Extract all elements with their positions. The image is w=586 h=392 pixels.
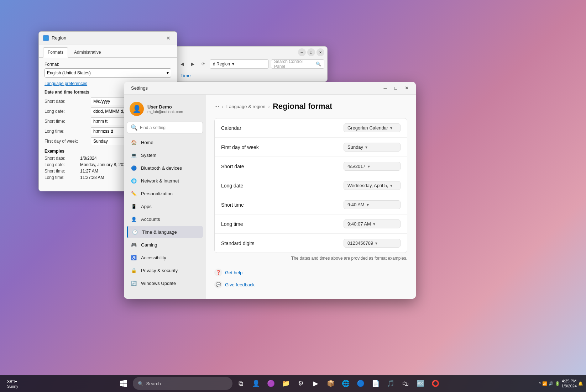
settings-row-long-time[interactable]: Long time 9:40:07 AM ▾ (215, 214, 407, 234)
chevron-icon[interactable]: ^ (539, 381, 541, 386)
first-day-select[interactable]: Sunday ▾ (344, 143, 401, 152)
sidebar-item-bluetooth[interactable]: 🔵 Bluetooth & devices (127, 162, 203, 174)
settings-row-short-date[interactable]: Short date 4/5/2017 ▾ (215, 157, 407, 176)
taskbar-clock[interactable]: 4:35 PM 1/8/2024 (561, 378, 577, 389)
cp-forward-button[interactable]: ▶ (188, 60, 197, 68)
sidebar-item-home[interactable]: 🏠 Home (127, 136, 203, 148)
sw-maximize-button[interactable]: □ (391, 83, 401, 93)
sidebar-item-windows-update[interactable]: 🔄 Windows Update (127, 277, 203, 289)
sidebar-item-accessibility[interactable]: ♿ Accessibility (127, 251, 203, 264)
sidebar-item-apps[interactable]: 📱 Apps (127, 200, 203, 212)
sidebar-item-gaming-label: Gaming (141, 242, 157, 248)
sidebar-item-personalization[interactable]: ✏️ Personalization (127, 187, 203, 200)
taskbar-app-1[interactable]: 👤 (250, 377, 262, 390)
long-time-select-value: 9:40:07 AM (347, 221, 371, 227)
taskbar-app-archive[interactable]: 📦 (324, 377, 337, 390)
taskbar: 38°F Sunny 🔍 Search ⧉ 👤 🟣 📁 ⚙ ▶ 📦 🌐 🔵 📄 … (0, 375, 586, 392)
cp-address-bar[interactable]: d Region ▾ (210, 59, 269, 69)
long-date-label: Long date (221, 183, 344, 189)
cp-search-bar[interactable]: Search Control Panel 🔍 (271, 59, 324, 69)
sw-footer-note: The dates and times above are provided a… (214, 256, 407, 261)
battery-tray-icon[interactable]: 🔋 (555, 381, 560, 386)
rd-format-value: English (United States) (47, 70, 91, 75)
rd-close-button[interactable]: ✕ (164, 34, 173, 42)
first-day-value: Sunday ▾ (344, 143, 401, 152)
breadcrumb-parent-link[interactable]: Language & region (226, 104, 266, 109)
sidebar-item-system-label: System (141, 153, 156, 158)
clock-time: 4:35 PM (561, 378, 577, 383)
cp-back-button[interactable]: ◀ (178, 60, 186, 68)
rd-ex-short-date-value: 1/8/2024 (80, 156, 97, 161)
sw-feedback-row[interactable]: 💬 Give feedback (214, 279, 407, 291)
bluetooth-icon: 🔵 (130, 164, 137, 171)
calendar-select[interactable]: Gregorian Calendar ▾ (344, 123, 401, 132)
sidebar-item-accounts[interactable]: 👤 Accounts (127, 213, 203, 225)
cp-address-dropdown[interactable]: ▾ (232, 62, 234, 67)
breadcrumb-dots[interactable]: ··· (214, 103, 219, 110)
short-time-select[interactable]: 9:40 AM ▾ (344, 200, 401, 209)
sidebar-item-privacy-label: Privacy & security (141, 268, 178, 273)
volume-tray-icon[interactable]: 🔊 (549, 381, 554, 386)
settings-row-first-day[interactable]: First day of week Sunday ▾ (215, 138, 407, 157)
network-icon: 🌐 (130, 177, 137, 184)
long-time-value: 9:40:07 AM ▾ (344, 219, 401, 228)
taskbar-app-explorer[interactable]: 📁 (279, 377, 292, 390)
task-view-button[interactable]: ⧉ (235, 377, 247, 390)
control-panel-window[interactable]: ─ □ ✕ ◀ ▶ ⟳ d Region ▾ Search Control Pa… (174, 46, 328, 82)
taskbar-app-lang[interactable]: 🔤 (414, 377, 427, 390)
sidebar-item-network[interactable]: 🌐 Network & internet (127, 175, 203, 187)
network-tray-icon[interactable]: 📶 (542, 381, 547, 386)
clock-date: 1/8/2024 (561, 383, 577, 388)
taskbar-search-bar[interactable]: 🔍 Search (133, 377, 232, 390)
gaming-icon: 🎮 (130, 241, 137, 248)
standard-digits-value: 0123456789 ▾ (344, 239, 401, 248)
personalization-icon: ✏️ (130, 190, 137, 197)
short-date-select[interactable]: 4/5/2017 ▾ (344, 162, 401, 171)
cp-close-button[interactable]: ✕ (316, 48, 324, 56)
settings-row-calendar[interactable]: Calendar Gregorian Calendar ▾ (215, 118, 407, 138)
taskbar-app-2[interactable]: 🟣 (265, 377, 277, 390)
sidebar-item-gaming[interactable]: 🎮 Gaming (127, 239, 203, 251)
taskbar-app-settings[interactable]: ⚙ (294, 377, 307, 390)
settings-row-short-time[interactable]: Short time 9:40 AM ▾ (215, 195, 407, 214)
taskbar-app-office[interactable]: 📄 (369, 377, 382, 390)
sw-close-button[interactable]: ✕ (402, 83, 412, 93)
rd-format-select[interactable]: English (United States) ▾ (45, 68, 171, 78)
sidebar-item-system[interactable]: 💻 System (127, 149, 203, 161)
taskbar-app-misc[interactable]: ⭕ (429, 377, 442, 390)
standard-digits-select[interactable]: 0123456789 ▾ (344, 239, 401, 248)
notifications-icon[interactable]: 🔔 (578, 381, 583, 386)
settings-row-long-date[interactable]: Long date Wednesday, April 5, ▾ (215, 176, 407, 195)
sw-get-help-row[interactable]: ❓ Get help (214, 266, 407, 279)
long-date-select[interactable]: Wednesday, April 5, ▾ (344, 181, 401, 190)
taskbar-app-edge[interactable]: 🔵 (354, 377, 367, 390)
sw-body: 👤 User Demo m_lab@outlook.com 🔍 🏠 Home 💻… (124, 95, 416, 299)
accounts-icon: 👤 (130, 216, 137, 223)
sw-user-section: 👤 User Demo m_lab@outlook.com (127, 99, 203, 119)
cp-minimize-button[interactable]: ─ (298, 48, 306, 56)
sidebar-item-time-language[interactable]: 🕐 Time & language (127, 226, 203, 238)
cp-maximize-button[interactable]: □ (307, 48, 315, 56)
home-icon: 🏠 (130, 139, 137, 146)
cp-refresh-button[interactable]: ⟳ (199, 60, 208, 68)
taskbar-app-store[interactable]: 🛍 (399, 377, 412, 390)
taskbar-app-music[interactable]: 🎵 (384, 377, 397, 390)
sw-search-input[interactable] (140, 125, 199, 130)
sw-minimize-button[interactable]: ─ (380, 83, 390, 93)
settings-row-standard-digits[interactable]: Standard digits 0123456789 ▾ (215, 234, 407, 253)
rd-tab-formats[interactable]: Formats (43, 47, 68, 58)
taskbar-app-browser[interactable]: 🌐 (339, 377, 352, 390)
long-time-select[interactable]: 9:40:07 AM ▾ (344, 219, 401, 228)
taskbar-weather[interactable]: 38°F Sunny (4, 379, 22, 388)
cp-time-link[interactable]: Time (175, 70, 327, 81)
sidebar-item-privacy[interactable]: 🔒 Privacy & security (127, 264, 203, 276)
sw-search-bar[interactable]: 🔍 (127, 122, 203, 133)
sidebar-item-time-language-label: Time & language (142, 229, 177, 235)
rd-format-dropdown-icon: ▾ (167, 70, 169, 75)
start-button[interactable] (116, 376, 131, 391)
rd-tab-administrative[interactable]: Administrative (69, 47, 105, 57)
sw-main-content: ··· › Language & region › Regional forma… (206, 95, 416, 299)
taskbar-app-terminal[interactable]: ▶ (309, 377, 322, 390)
get-help-label: Get help (225, 270, 242, 275)
taskbar-search-icon: 🔍 (138, 381, 143, 386)
